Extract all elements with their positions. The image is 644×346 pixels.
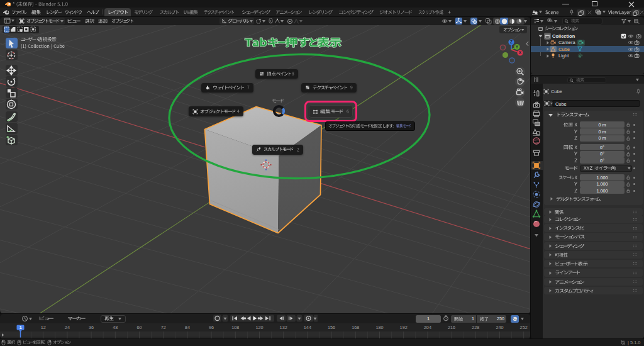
svg-text:96: 96 (209, 325, 214, 330)
svg-text:12: 12 (41, 325, 46, 330)
svg-text:252: 252 (520, 325, 528, 330)
svg-text:240: 240 (496, 325, 503, 330)
svg-text:216: 216 (448, 325, 455, 330)
svg-text:228: 228 (472, 325, 479, 330)
svg-text:156: 156 (328, 325, 335, 330)
svg-text:1: 1 (19, 325, 22, 330)
svg-text:X: X (519, 50, 522, 55)
svg-text:204: 204 (424, 325, 431, 330)
svg-text:144: 144 (304, 325, 311, 330)
svg-text:120: 120 (255, 325, 263, 330)
svg-text:36: 36 (89, 325, 94, 330)
svg-text:108: 108 (231, 325, 239, 330)
svg-text:168: 168 (352, 325, 359, 330)
svg-text:24: 24 (65, 325, 70, 330)
svg-text:48: 48 (113, 325, 118, 330)
svg-text:72: 72 (161, 325, 166, 330)
svg-text:Y: Y (516, 45, 519, 49)
svg-text:132: 132 (280, 325, 287, 330)
svg-text:192: 192 (400, 325, 408, 330)
svg-text:84: 84 (185, 325, 190, 330)
svg-text:180: 180 (375, 325, 383, 330)
svg-text:60: 60 (136, 325, 142, 330)
svg-text:Z: Z (510, 40, 513, 44)
